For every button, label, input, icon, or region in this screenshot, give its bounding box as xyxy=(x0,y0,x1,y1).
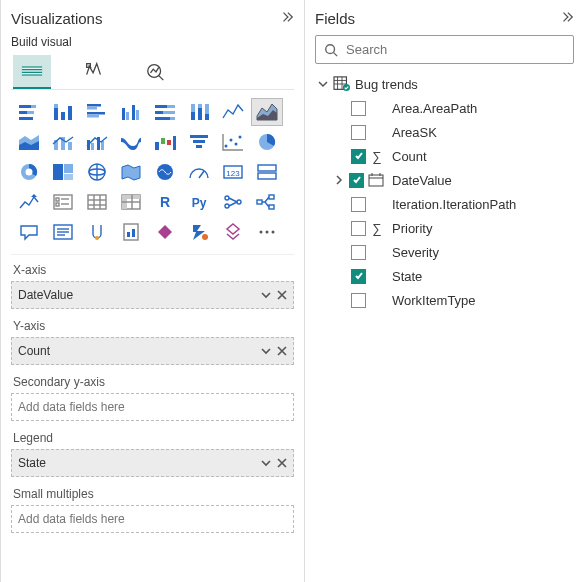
well-x-axis-box[interactable]: DateValue xyxy=(11,281,294,309)
viz-funnel[interactable] xyxy=(183,128,215,156)
well-y-axis: Y-axis Count xyxy=(11,319,294,365)
viz-scatter[interactable] xyxy=(217,128,249,156)
checkbox[interactable] xyxy=(351,197,366,212)
viz-card[interactable]: 123 xyxy=(217,158,249,186)
field-Priority[interactable]: ∑Priority xyxy=(315,216,574,240)
checkbox[interactable] xyxy=(351,221,366,236)
chevron-down-icon[interactable] xyxy=(261,458,271,468)
viz-donut[interactable] xyxy=(13,158,45,186)
viz-stacked-area[interactable] xyxy=(13,128,45,156)
remove-icon[interactable] xyxy=(277,346,287,356)
viz-area-chart[interactable] xyxy=(251,98,283,126)
svg-rect-24 xyxy=(155,105,167,108)
svg-rect-16 xyxy=(87,107,97,110)
field-DateValue[interactable]: DateValue xyxy=(315,168,574,192)
remove-icon[interactable] xyxy=(277,458,287,468)
viz-pie[interactable] xyxy=(251,128,283,156)
viz-power-automate[interactable] xyxy=(183,218,215,246)
viz-clustered-bar-h[interactable] xyxy=(81,98,113,126)
well-legend: Legend State xyxy=(11,431,294,477)
viz-header: Visualizations xyxy=(11,8,294,35)
checkbox[interactable] xyxy=(351,149,366,164)
svg-rect-57 xyxy=(64,164,73,173)
viz-line-chart[interactable] xyxy=(217,98,249,126)
viz-ribbon-chart[interactable] xyxy=(115,128,147,156)
table-row-bug-trends[interactable]: Bug trends xyxy=(315,72,574,96)
well-legend-box[interactable]: State xyxy=(11,449,294,477)
viz-filled-map[interactable] xyxy=(115,158,147,186)
checkbox[interactable] xyxy=(351,245,366,260)
viz-clustered-bar-v[interactable] xyxy=(115,98,147,126)
viz-get-more-visuals[interactable] xyxy=(217,218,249,246)
svg-point-5 xyxy=(148,65,161,78)
svg-point-93 xyxy=(95,236,99,240)
viz-power-apps[interactable] xyxy=(149,218,181,246)
viz-py-visual[interactable]: Py xyxy=(183,188,215,216)
viz-gauge[interactable] xyxy=(183,158,215,186)
viz-paginated-report[interactable] xyxy=(115,218,147,246)
viz-100-stacked-bar-h[interactable] xyxy=(149,98,181,126)
viz-r-visual[interactable]: R xyxy=(149,188,181,216)
chevron-down-icon[interactable] xyxy=(261,346,271,356)
collapse-fields-button[interactable] xyxy=(560,10,574,27)
tab-analytics[interactable] xyxy=(137,55,175,89)
svg-rect-95 xyxy=(127,232,130,237)
svg-rect-86 xyxy=(257,200,262,204)
svg-rect-44 xyxy=(167,140,171,145)
field-Severity[interactable]: Severity xyxy=(315,240,574,264)
viz-matrix[interactable] xyxy=(115,188,147,216)
svg-point-98 xyxy=(260,231,263,234)
viz-stacked-bar-v[interactable] xyxy=(47,98,79,126)
viz-map[interactable] xyxy=(81,158,113,186)
chevron-down-icon[interactable] xyxy=(317,78,329,90)
well-secondary-box[interactable]: Add data fields here xyxy=(11,393,294,421)
svg-rect-28 xyxy=(155,117,170,120)
tab-build-visual[interactable] xyxy=(13,55,51,89)
field-Count[interactable]: ∑Count xyxy=(315,144,574,168)
chevron-right-icon[interactable] xyxy=(333,174,345,186)
svg-point-50 xyxy=(230,139,233,142)
field-State[interactable]: State xyxy=(315,264,574,288)
viz-kpi[interactable] xyxy=(13,188,45,216)
viz-waterfall[interactable] xyxy=(149,128,181,156)
svg-rect-96 xyxy=(132,229,135,237)
field-AreaSK[interactable]: AreaSK xyxy=(315,120,574,144)
viz-decomposition-tree[interactable] xyxy=(251,188,283,216)
checkbox[interactable] xyxy=(351,125,366,140)
field-Iteration-IterationPath[interactable]: Iteration.IterationPath xyxy=(315,192,574,216)
viz-more-options[interactable] xyxy=(251,218,283,246)
viz-line-clustered-column[interactable] xyxy=(81,128,113,156)
field-WorkItemType[interactable]: WorkItemType xyxy=(315,288,574,312)
viz-tabs xyxy=(11,53,294,90)
viz-goals[interactable] xyxy=(81,218,113,246)
tab-format-visual[interactable] xyxy=(75,55,113,89)
remove-icon[interactable] xyxy=(277,290,287,300)
collapse-viz-button[interactable] xyxy=(280,10,294,27)
viz-slicer[interactable] xyxy=(47,188,79,216)
search-input[interactable] xyxy=(344,41,565,58)
viz-smart-narrative[interactable] xyxy=(47,218,79,246)
svg-rect-108 xyxy=(369,175,383,186)
viz-table[interactable] xyxy=(81,188,113,216)
checkbox[interactable] xyxy=(349,173,364,188)
field-label: Area.AreaPath xyxy=(392,101,477,116)
viz-key-influencers[interactable] xyxy=(217,188,249,216)
checkbox[interactable] xyxy=(351,101,366,116)
chevron-down-icon[interactable] xyxy=(261,290,271,300)
well-small-box[interactable]: Add data fields here xyxy=(11,505,294,533)
svg-rect-11 xyxy=(54,108,58,120)
viz-multi-row-card[interactable] xyxy=(251,158,283,186)
viz-100-stacked-bar-v[interactable] xyxy=(183,98,215,126)
checkbox[interactable] xyxy=(351,269,366,284)
well-y-axis-box[interactable]: Count xyxy=(11,337,294,365)
svg-point-83 xyxy=(225,196,229,200)
search-box[interactable] xyxy=(315,35,574,64)
checkbox[interactable] xyxy=(351,293,366,308)
viz-line-stacked-column[interactable] xyxy=(47,128,79,156)
field-Area-AreaPath[interactable]: Area.AreaPath xyxy=(315,96,574,120)
viz-azure-map[interactable] xyxy=(149,158,181,186)
svg-point-49 xyxy=(225,145,228,148)
viz-treemap[interactable] xyxy=(47,158,79,186)
viz-stacked-bar-h[interactable] xyxy=(13,98,45,126)
viz-qa-visual[interactable] xyxy=(13,218,45,246)
